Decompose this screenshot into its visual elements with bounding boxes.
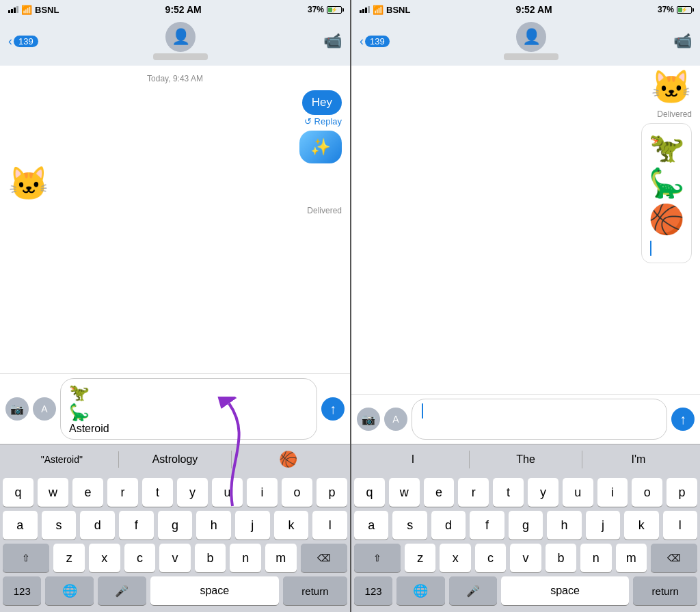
left-app-button[interactable]: A: [33, 397, 56, 421]
left-replay-link[interactable]: ↺ Replay: [304, 116, 342, 127]
left-pred-1[interactable]: "Asteroid": [5, 451, 119, 468]
left-key-x[interactable]: x: [89, 544, 120, 572]
left-key-t[interactable]: t: [142, 478, 173, 507]
left-key-k[interactable]: k: [274, 511, 309, 540]
right-key-delete[interactable]: ⌫: [651, 544, 697, 572]
right-key-e[interactable]: e: [424, 478, 455, 507]
left-key-z[interactable]: z: [53, 544, 85, 572]
left-pred-3[interactable]: 🏀: [232, 448, 345, 471]
right-avatar[interactable]: 👤: [516, 22, 546, 52]
left-key-l[interactable]: l: [312, 511, 347, 540]
right-key-m[interactable]: m: [616, 544, 647, 572]
right-pred-2[interactable]: The: [470, 451, 582, 468]
left-key-m[interactable]: m: [265, 544, 297, 572]
right-key-i[interactable]: i: [597, 478, 628, 507]
right-key-p[interactable]: p: [667, 478, 697, 507]
left-input-area: 📷 A 🦖🦕 Asteroid ↑: [0, 373, 350, 444]
left-key-globe[interactable]: 🌐: [45, 576, 94, 605]
right-key-o[interactable]: o: [632, 478, 662, 507]
right-key-x[interactable]: x: [440, 544, 470, 572]
left-key-g[interactable]: g: [158, 511, 193, 540]
left-key-e[interactable]: e: [72, 478, 103, 507]
right-contact-name: [504, 53, 558, 60]
left-key-s[interactable]: s: [42, 511, 77, 540]
right-key-r[interactable]: r: [458, 478, 489, 507]
left-key-return[interactable]: return: [283, 576, 347, 605]
left-key-a[interactable]: a: [3, 511, 38, 540]
left-key-r[interactable]: r: [107, 478, 138, 507]
left-key-q[interactable]: q: [3, 478, 33, 507]
right-nav-center: 👤: [390, 22, 673, 60]
right-key-123[interactable]: 123: [354, 576, 392, 605]
right-key-c[interactable]: c: [475, 544, 506, 572]
left-time: 9:52 AM: [165, 4, 202, 15]
right-key-space[interactable]: space: [501, 576, 629, 605]
right-key-v[interactable]: v: [510, 544, 541, 572]
left-phone-panel: 📶 BSNL 9:52 AM 37% ⚡ ‹ 139 👤 📹 Today, 9:…: [0, 0, 350, 612]
left-video-button[interactable]: 📹: [323, 32, 342, 50]
right-text-input[interactable]: [412, 399, 667, 440]
left-key-123[interactable]: 123: [3, 576, 41, 605]
left-key-h[interactable]: h: [196, 511, 231, 540]
right-key-w[interactable]: w: [389, 478, 420, 507]
right-key-return[interactable]: return: [633, 576, 697, 605]
left-text-input[interactable]: 🦖🦕 Asteroid: [60, 378, 317, 440]
left-key-mic[interactable]: 🎤: [98, 576, 146, 605]
right-camera-button[interactable]: 📷: [357, 408, 380, 431]
left-pred-2[interactable]: Astrology: [119, 451, 232, 468]
left-key-row-2: a s d f g h j k l: [3, 511, 347, 540]
right-app-button[interactable]: A: [384, 408, 407, 431]
right-key-a[interactable]: a: [354, 511, 388, 540]
right-key-f[interactable]: f: [470, 511, 504, 540]
right-pred-1[interactable]: I: [357, 451, 470, 468]
left-camera-button[interactable]: 📷: [5, 397, 29, 421]
right-key-t[interactable]: t: [493, 478, 524, 507]
left-key-v[interactable]: v: [159, 544, 191, 572]
left-key-row-3: ⇧ z x c v b n m ⌫: [3, 544, 347, 572]
right-key-s[interactable]: s: [392, 511, 427, 540]
right-key-y[interactable]: y: [528, 478, 558, 507]
right-key-row-1: q w e r t y u i o p: [354, 478, 697, 507]
right-video-button[interactable]: 📹: [673, 32, 692, 50]
left-key-space[interactable]: space: [150, 576, 279, 605]
right-key-d[interactable]: d: [431, 511, 466, 540]
left-back-arrow: ‹: [8, 34, 12, 49]
left-key-d[interactable]: d: [80, 511, 115, 540]
left-key-delete[interactable]: ⌫: [301, 544, 347, 572]
right-key-mic[interactable]: 🎤: [449, 576, 497, 605]
right-key-j[interactable]: j: [586, 511, 620, 540]
right-key-globe[interactable]: 🌐: [396, 576, 444, 605]
left-key-y[interactable]: y: [177, 478, 208, 507]
right-key-k[interactable]: k: [624, 511, 658, 540]
right-key-q[interactable]: q: [354, 478, 385, 507]
right-key-g[interactable]: g: [509, 511, 543, 540]
right-pred-3[interactable]: I'm: [582, 451, 695, 468]
left-avatar[interactable]: 👤: [165, 22, 196, 52]
left-back-button[interactable]: ‹ 139: [8, 34, 38, 49]
right-key-b[interactable]: b: [546, 544, 576, 572]
left-key-n[interactable]: n: [230, 544, 261, 572]
right-key-h[interactable]: h: [547, 511, 581, 540]
right-key-z[interactable]: z: [405, 544, 435, 572]
left-key-c[interactable]: c: [124, 544, 156, 572]
right-key-u[interactable]: u: [563, 478, 593, 507]
right-send-button[interactable]: ↑: [671, 408, 695, 431]
right-key-shift[interactable]: ⇧: [354, 544, 401, 572]
left-key-w[interactable]: w: [38, 478, 68, 507]
left-key-j[interactable]: j: [235, 511, 270, 540]
left-key-p[interactable]: p: [317, 478, 347, 507]
left-key-f[interactable]: f: [119, 511, 154, 540]
left-key-shift[interactable]: ⇧: [3, 544, 49, 572]
left-send-button[interactable]: ↑: [321, 397, 345, 421]
right-key-l[interactable]: l: [663, 511, 697, 540]
left-input-text[interactable]: Asteroid: [69, 423, 109, 435]
left-contact-name: [153, 53, 208, 60]
right-key-n[interactable]: n: [580, 544, 611, 572]
left-key-o[interactable]: o: [282, 478, 312, 507]
left-msg-sparkle: ✨: [8, 131, 342, 163]
left-key-u[interactable]: u: [212, 478, 243, 507]
right-back-button[interactable]: ‹ 139: [360, 34, 390, 49]
left-key-i[interactable]: i: [247, 478, 278, 507]
left-key-b[interactable]: b: [195, 544, 226, 572]
right-msg-cat: 🐱: [360, 71, 692, 104]
